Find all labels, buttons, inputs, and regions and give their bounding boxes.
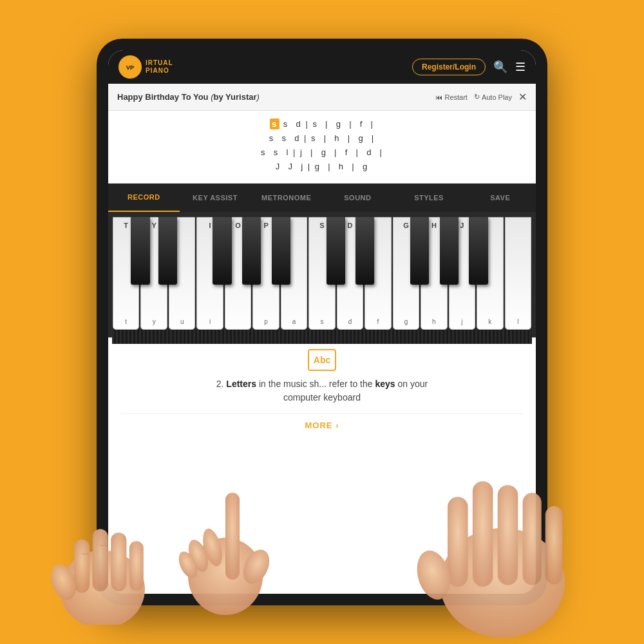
tablet-frame: VP IRTUAL PIANO Register/Login 🔍 ☰ Happy… bbox=[97, 39, 547, 605]
logo-text: IRTUAL PIANO bbox=[146, 59, 173, 75]
sheet-line-4: J J j | g | h | g bbox=[108, 160, 536, 174]
black-key-3[interactable] bbox=[213, 217, 231, 285]
sheet-line-1: s s d | s | g | f | bbox=[108, 117, 536, 131]
toolbar-save[interactable]: SAVE bbox=[464, 184, 536, 212]
svg-rect-21 bbox=[545, 506, 563, 584]
black-key-1[interactable] bbox=[131, 217, 149, 285]
sheet-music: s s d | s | g | f | s s d | s | h | g | … bbox=[108, 111, 536, 184]
info-panel: Abc 2. Letters in the music sh... refer … bbox=[108, 337, 536, 439]
abc-icon: Abc bbox=[308, 349, 336, 371]
song-controls: ⏮ Restart ↻ Auto Play ✕ bbox=[435, 91, 527, 103]
svg-text:VP: VP bbox=[126, 64, 134, 71]
header-right: Register/Login 🔍 ☰ bbox=[412, 59, 526, 75]
black-key-4[interactable] bbox=[242, 217, 261, 285]
black-key-7[interactable] bbox=[355, 217, 374, 285]
info-text: 2. Letters in the music sh... refer to t… bbox=[216, 377, 428, 404]
svg-point-7 bbox=[46, 561, 80, 603]
piano-area: Tt Yy u Ii O Pp a Ss Dd f Gg Hh Jj k l bbox=[108, 212, 536, 337]
search-icon[interactable]: 🔍 bbox=[493, 60, 507, 74]
logo-area: VP IRTUAL PIANO bbox=[118, 55, 173, 79]
sheet-line-2: s s d | s | h | g | bbox=[108, 131, 536, 146]
highlighted-note: s bbox=[270, 118, 279, 129]
piano-bottom-strip bbox=[112, 330, 532, 344]
tablet-screen: VP IRTUAL PIANO Register/Login 🔍 ☰ Happy… bbox=[108, 50, 536, 594]
black-key-9[interactable] bbox=[440, 217, 459, 285]
svg-rect-3 bbox=[74, 540, 90, 593]
black-key-8[interactable] bbox=[410, 217, 429, 285]
piano-keys-row: Tt Yy u Ii O Pp a Ss Dd f Gg Hh Jj k l bbox=[112, 217, 532, 330]
white-key-l[interactable]: l bbox=[505, 217, 531, 330]
sheet-line-3: s s l | j | g | f | d | bbox=[108, 146, 536, 160]
toolbar-metronome[interactable]: METRONOME bbox=[251, 184, 322, 212]
toolbar: RECORD KEY ASSIST METRONOME SOUND STYLES… bbox=[108, 184, 536, 212]
autoplay-icon: ↻ bbox=[474, 93, 480, 101]
toolbar-sound[interactable]: SOUND bbox=[322, 184, 393, 212]
song-title: Happy Birthday To You (by Yuristar) bbox=[117, 92, 260, 102]
restart-button[interactable]: ⏮ Restart bbox=[435, 93, 467, 101]
restart-icon: ⏮ bbox=[435, 93, 442, 101]
black-key-2[interactable] bbox=[158, 217, 177, 285]
autoplay-button[interactable]: ↻ Auto Play bbox=[474, 93, 512, 101]
toolbar-record[interactable]: RECORD bbox=[108, 184, 180, 212]
logo-icon: VP bbox=[118, 55, 142, 79]
song-bar: Happy Birthday To You (by Yuristar) ⏮ Re… bbox=[108, 84, 536, 111]
more-button[interactable]: MORE › bbox=[121, 413, 523, 430]
register-login-button[interactable]: Register/Login bbox=[412, 59, 486, 75]
menu-icon[interactable]: ☰ bbox=[515, 60, 526, 74]
black-key-5[interactable] bbox=[272, 217, 290, 285]
header: VP IRTUAL PIANO Register/Login 🔍 ☰ bbox=[108, 50, 536, 84]
black-key-6[interactable] bbox=[327, 217, 345, 285]
toolbar-styles[interactable]: STYLES bbox=[393, 184, 465, 212]
toolbar-key-assist[interactable]: KEY ASSIST bbox=[180, 184, 251, 212]
black-key-10[interactable] bbox=[469, 217, 488, 285]
close-button[interactable]: ✕ bbox=[518, 91, 527, 103]
